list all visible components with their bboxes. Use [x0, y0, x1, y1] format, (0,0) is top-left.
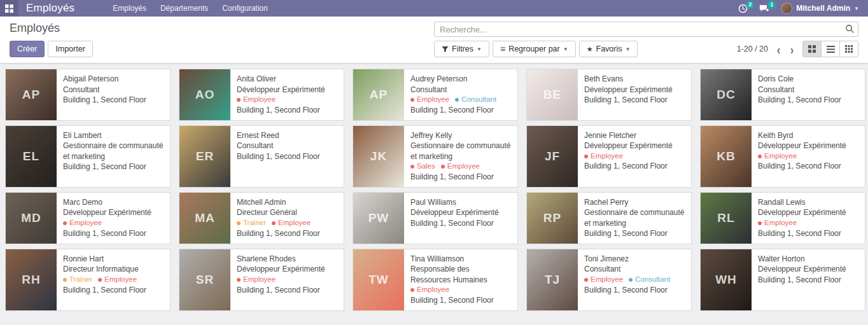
employee-card-body: Jennie Fletcher Développeur Expérimenté …	[578, 126, 679, 187]
employee-card-body: Rachel Perry Gestionnaire de communauté …	[578, 193, 691, 244]
activities-button[interactable]: 2	[738, 4, 748, 13]
employee-photo: EL	[6, 126, 57, 187]
menu-item-employes[interactable]: Employés	[113, 4, 146, 13]
employee-card[interactable]: SR Sharlene Rhodes Développeur Expérimen…	[179, 249, 344, 311]
employee-card[interactable]: RP Rachel Perry Gestionnaire de communau…	[526, 192, 692, 244]
employee-card[interactable]: MD Marc Demo Développeur Expérimenté Emp…	[5, 192, 171, 244]
search-input[interactable]	[434, 22, 858, 37]
employee-job-title: Directeur Général	[237, 207, 320, 218]
employee-location: Building 1, Second Floor	[63, 162, 164, 172]
tag-dot-icon	[455, 98, 459, 102]
tag-label: Consultant	[461, 95, 496, 105]
tag-dot-icon	[758, 221, 762, 225]
employee-location: Building 1, Second Floor	[237, 285, 325, 296]
employee-name: Audrey Peterson	[410, 74, 496, 85]
tag-label: Employee	[417, 95, 449, 105]
tag-label: Employee	[447, 162, 480, 172]
menu-item-configuration[interactable]: Configuration	[222, 4, 267, 13]
employee-job-title: Développeur Expérimenté	[758, 264, 846, 275]
employee-card[interactable]: KB Keith Byrd Développeur Expérimenté Em…	[700, 125, 865, 188]
employee-job-title: Consultant	[758, 85, 841, 95]
employee-location: Building 1, Second Floor	[584, 95, 673, 106]
employee-job-title: Consultant	[410, 85, 496, 95]
employee-card[interactable]: RL Randall Lewis Développeur Expérimenté…	[700, 192, 865, 244]
chevron-down-icon: ▼	[626, 46, 631, 52]
employee-photo: ER	[179, 126, 230, 187]
employee-card-body: Beth Evans Développeur Expérimenté Build…	[578, 69, 679, 120]
search-icon[interactable]	[845, 24, 855, 36]
tag-dot-icon	[410, 165, 414, 169]
employee-card-body: Mitchell Admin Directeur Général Trainer…	[230, 193, 326, 244]
employee-job-title: Gestionnaire de communauté et marketing	[63, 141, 164, 162]
employee-photo: AO	[179, 69, 230, 120]
employee-card[interactable]: JF Jennie Fletcher Développeur Expérimen…	[526, 125, 692, 188]
employee-card[interactable]: BE Beth Evans Développeur Expérimenté Bu…	[526, 69, 692, 121]
group-by-button[interactable]: ≡ Regrouper par ▼	[493, 41, 576, 57]
grid-view-icon	[845, 45, 853, 53]
employee-location: Building 1, Second Floor	[758, 161, 846, 172]
list-view-button[interactable]	[821, 41, 840, 57]
employee-job-title: Développeur Expérimenté	[237, 264, 325, 275]
tag-label: Employee	[417, 285, 449, 295]
pager-previous-button[interactable]: ‹	[777, 43, 780, 55]
employee-name: Beth Evans	[584, 74, 673, 85]
action-buttons: Créer Importer	[10, 41, 434, 57]
employee-location: Building 1, Second Floor	[237, 151, 320, 162]
create-button[interactable]: Créer	[10, 41, 45, 57]
apps-grid-icon	[5, 4, 13, 13]
tag-label: Employee	[104, 275, 137, 285]
messages-button[interactable]: 1	[759, 4, 769, 13]
tag-label: Employee	[243, 275, 276, 285]
view-switcher	[802, 41, 858, 57]
employee-card[interactable]: AO Anita Oliver Développeur Expérimenté …	[179, 69, 344, 121]
tag-label: Employee	[69, 218, 102, 228]
employee-job-title: Développeur Expérimenté	[584, 141, 673, 151]
employee-name: Doris Cole	[758, 74, 841, 85]
employee-card[interactable]: TW Tina Williamson Responsable des Resso…	[353, 249, 518, 311]
kanban-view-button[interactable]	[802, 41, 822, 57]
employee-name: Anita Oliver	[237, 74, 325, 85]
tag-label: Employee	[764, 151, 797, 162]
user-menu[interactable]: Mitchell Admin ▼	[781, 3, 859, 14]
employee-card[interactable]: WH Walter Horton Développeur Expérimenté…	[700, 249, 865, 311]
employee-job-title: Développeur Expérimenté	[758, 207, 846, 218]
tag-dot-icon	[63, 278, 67, 282]
filter-buttons: Filtres ▼ ≡ Regrouper par ▼ ★ Favoris ▼	[434, 41, 638, 57]
employee-name: Abigail Peterson	[63, 74, 146, 85]
search-options-row: Filtres ▼ ≡ Regrouper par ▼ ★ Favoris ▼ …	[434, 41, 858, 57]
employee-card[interactable]: JK Jeffrey Kelly Gestionnaire de communa…	[353, 125, 518, 188]
employee-tag: Employee	[584, 151, 623, 162]
employee-name: Keith Byrd	[758, 130, 846, 141]
employee-card-body: Toni Jimenez Consultant EmployeeConsulta…	[578, 249, 676, 310]
employee-tags: Employee	[584, 151, 673, 162]
employee-card[interactable]: PW Paul Williams Développeur Expérimenté…	[353, 192, 518, 244]
menu-item-departements[interactable]: Départements	[160, 4, 208, 13]
employee-tag: Employee	[237, 95, 276, 105]
employee-card[interactable]: RH Ronnie Hart Directeur Informatique Tr…	[5, 249, 171, 311]
tag-dot-icon	[237, 278, 241, 282]
employee-card[interactable]: MA Mitchell Admin Directeur Général Trai…	[179, 192, 344, 244]
activity-view-button[interactable]	[839, 41, 858, 57]
employee-tag: Consultant	[455, 95, 496, 105]
employee-card[interactable]: EL Eli Lambert Gestionnaire de communaut…	[5, 125, 171, 188]
employee-tags: Employee	[237, 275, 325, 285]
filters-button[interactable]: Filtres ▼	[434, 41, 489, 57]
employee-tags: Employee	[63, 218, 151, 228]
import-button[interactable]: Importer	[48, 41, 93, 57]
apps-menu-button[interactable]	[0, 0, 18, 17]
employee-tag: Employee	[98, 275, 137, 285]
employee-photo: MA	[179, 193, 230, 244]
pager-next-button[interactable]: ›	[790, 43, 794, 55]
employee-name: Sharlene Rhodes	[237, 254, 325, 265]
tag-dot-icon	[441, 165, 445, 169]
employee-photo: RH	[6, 249, 57, 310]
group-by-label: Regrouper par	[508, 45, 560, 53]
favorites-button[interactable]: ★ Favoris ▼	[579, 41, 638, 57]
employee-card[interactable]: DC Doris Cole Consultant Building 1, Sec…	[700, 69, 865, 121]
employee-card[interactable]: ER Ernest Reed Consultant Building 1, Se…	[179, 125, 344, 188]
employee-card[interactable]: TJ Toni Jimenez Consultant EmployeeConsu…	[526, 249, 692, 311]
pager-area: 1-20 / 20 ‹ ›	[737, 41, 858, 57]
employee-card[interactable]: AP Abigail Peterson Consultant Building …	[5, 69, 171, 121]
employee-card[interactable]: AP Audrey Peterson Consultant EmployeeCo…	[353, 69, 518, 121]
employee-photo: AP	[6, 69, 57, 120]
